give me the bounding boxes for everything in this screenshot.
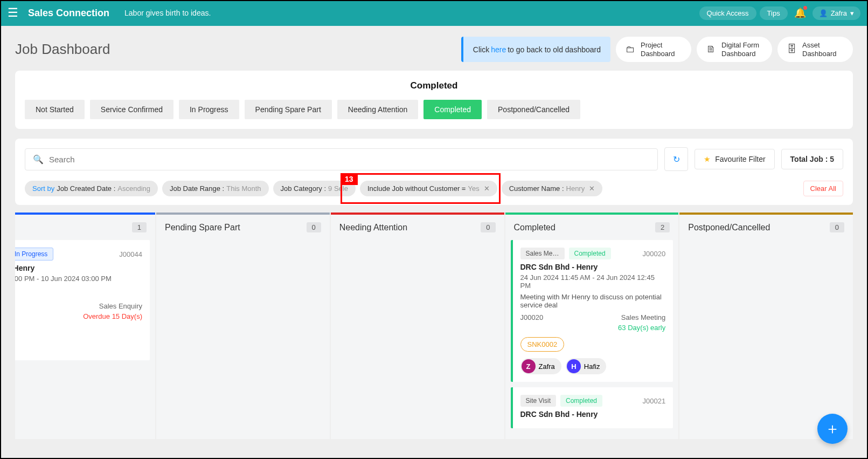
chip-close-icon[interactable]: ✕ xyxy=(484,184,490,193)
status-badge: Completed xyxy=(560,395,602,407)
tabs-heading: Completed xyxy=(15,71,853,100)
user-menu[interactable]: 👤 Zafra ▾ xyxy=(813,6,860,20)
column-header: Postponed/Cancelled0 xyxy=(679,215,853,240)
digital-form-dashboard-button[interactable]: 🗎 Digital Form Dashboard xyxy=(697,37,772,62)
job-code: J00021 xyxy=(643,397,666,405)
status-badge: Completed xyxy=(569,248,611,259)
column-count: 1 xyxy=(132,222,147,232)
avatar-chip[interactable]: HHafiz xyxy=(566,358,607,374)
job-code: J00020 xyxy=(643,250,666,258)
highlight-badge: 13 xyxy=(341,173,358,185)
status-tab[interactable]: Pending Spare Part xyxy=(245,100,332,119)
reference-tag[interactable]: SNK0002 xyxy=(520,337,565,352)
asset-dashboard-button[interactable]: 🗄 Asset Dashboard xyxy=(777,37,853,62)
type-badge: Sales Me… xyxy=(520,248,565,259)
job-card[interactable]: Site Visit Completed J00021 DRC Sdn Bhd … xyxy=(511,387,673,428)
overdue-note: Overdue 15 Day(s) xyxy=(15,312,142,320)
avatar-name: Zafra xyxy=(539,362,555,371)
status-tab[interactable]: In Progress xyxy=(179,100,239,119)
job-category: Sales Meeting xyxy=(621,313,665,321)
dash-btn-label: Digital Form Dashboard xyxy=(721,41,759,58)
archive-icon: 🗄 xyxy=(787,44,797,55)
column-header: Pending Spare Part0 xyxy=(156,215,330,240)
filter-chip[interactable]: Job Date Range : This Month xyxy=(162,181,269,196)
quick-access-button[interactable]: Quick Access xyxy=(699,6,756,20)
job-card[interactable]: In Progress J00044 - Henry 2:00 PM - 10 … xyxy=(15,240,150,360)
status-tab[interactable]: Postponed/Cancelled xyxy=(487,100,580,119)
favourite-filter-button[interactable]: ★ Favourite Filter xyxy=(695,149,774,169)
clear-all-button[interactable]: Clear All xyxy=(803,181,843,196)
job-card[interactable]: Sales Me… Completed J00020 DRC Sdn Bhd -… xyxy=(511,240,673,382)
job-desc: Meeting with Mr Henry to discuss on pote… xyxy=(520,293,666,309)
job-time: 24 Jun 2024 11:45 AM - 24 Jun 2024 12:45… xyxy=(520,273,666,290)
column-body xyxy=(679,240,853,245)
refresh-button[interactable]: ↻ xyxy=(664,147,688,171)
banner-post: to go back to old dashboard xyxy=(508,45,601,54)
column-header: 1 xyxy=(15,215,155,240)
filter-chips-row: Sort by Job Created Date : AscendingJob … xyxy=(25,181,843,196)
add-fab-button[interactable]: ＋ xyxy=(817,414,848,444)
column-title: Postponed/Cancelled xyxy=(688,223,770,232)
avatar: Z xyxy=(522,359,536,373)
notification-dot xyxy=(803,6,807,10)
document-icon: 🗎 xyxy=(706,44,716,55)
avatar: H xyxy=(567,359,581,373)
job-code: J00020 xyxy=(520,313,544,321)
dash-btn-label: Project Dashboard xyxy=(641,41,675,58)
column-body xyxy=(156,240,330,245)
job-title: DRC Sdn Bhd - Henry xyxy=(520,410,666,419)
search-icon: 🔍 xyxy=(33,154,44,165)
filter-chip[interactable]: Sort by Job Created Date : Ascending xyxy=(25,181,158,196)
column-header: Needing Attention0 xyxy=(331,215,504,240)
tabs-row: Not StartedService ConfirmedIn ProgressP… xyxy=(15,100,853,119)
column-title: Completed xyxy=(514,223,555,232)
job-code: J00044 xyxy=(119,250,142,258)
project-dashboard-button[interactable]: 🗀 Project Dashboard xyxy=(616,37,691,62)
total-job-count: Total Job : 5 xyxy=(781,149,843,169)
banner-pre: Click xyxy=(473,45,489,54)
header-right: Quick Access Tips 🔔 👤 Zafra ▾ xyxy=(699,6,860,20)
column-body: In Progress J00044 - Henry 2:00 PM - 10 … xyxy=(15,240,155,371)
chevron-down-icon: ▾ xyxy=(850,9,854,17)
kanban-column: Postponed/Cancelled0 xyxy=(679,213,853,439)
banner-link[interactable]: here xyxy=(491,45,506,54)
dash-btn-label: Asset Dashboard xyxy=(802,41,837,58)
job-title: - Henry xyxy=(15,264,142,272)
menu-icon[interactable]: ☰ xyxy=(8,6,18,20)
column-body xyxy=(331,240,504,245)
column-count: 0 xyxy=(481,222,495,232)
column-count: 0 xyxy=(830,222,844,232)
search-row: 🔍 ↻ ★ Favourite Filter Total Job : 5 xyxy=(25,147,843,171)
status-tab[interactable]: Service Confirmed xyxy=(90,100,173,119)
notifications-button[interactable]: 🔔 xyxy=(794,7,806,19)
kanban-column: Pending Spare Part0 xyxy=(156,213,330,439)
status-badge: In Progress xyxy=(15,248,53,261)
status-tab[interactable]: Needing Attention xyxy=(337,100,419,119)
search-input[interactable] xyxy=(49,155,650,164)
user-icon: 👤 xyxy=(819,9,828,17)
assignees: ZZafraHHafiz xyxy=(520,358,666,374)
tagline: Labor gives birth to ideas. xyxy=(124,9,211,17)
column-title: Needing Attention xyxy=(339,223,407,232)
star-icon: ★ xyxy=(704,155,711,163)
kanban-column: Completed2 Sales Me… Completed J00020 DR… xyxy=(505,213,679,439)
column-header: Completed2 xyxy=(505,215,679,240)
user-name: Zafra xyxy=(831,9,847,17)
column-count: 2 xyxy=(655,222,670,232)
job-title: DRC Sdn Bhd - Henry xyxy=(520,263,666,271)
page-actions: Click here to go back to old dashboard 🗀… xyxy=(461,37,853,62)
filter-chip[interactable]: Include Job without Customer = Yes✕ xyxy=(360,181,497,196)
status-tab[interactable]: Not Started xyxy=(25,100,85,119)
old-dashboard-banner: Click here to go back to old dashboard xyxy=(461,37,610,62)
avatar-chip[interactable]: ZZafra xyxy=(520,358,561,374)
status-tabs-panel: Completed Not StartedService ConfirmedIn… xyxy=(15,71,853,129)
job-time: 2:00 PM - 10 Jun 2024 03:00 PM xyxy=(15,275,142,283)
early-note: 63 Day(s) early xyxy=(520,324,666,332)
search-box[interactable]: 🔍 xyxy=(25,148,658,170)
chip-close-icon[interactable]: ✕ xyxy=(589,184,595,193)
status-tab[interactable]: Completed xyxy=(423,100,482,119)
tips-button[interactable]: Tips xyxy=(760,6,788,20)
filter-chip[interactable]: Customer Name : Henry✕ xyxy=(502,181,603,196)
kanban-column: 1 In Progress J00044 - Henry 2:00 PM - 1… xyxy=(15,213,155,439)
app-title: Sales Connection xyxy=(28,8,109,19)
